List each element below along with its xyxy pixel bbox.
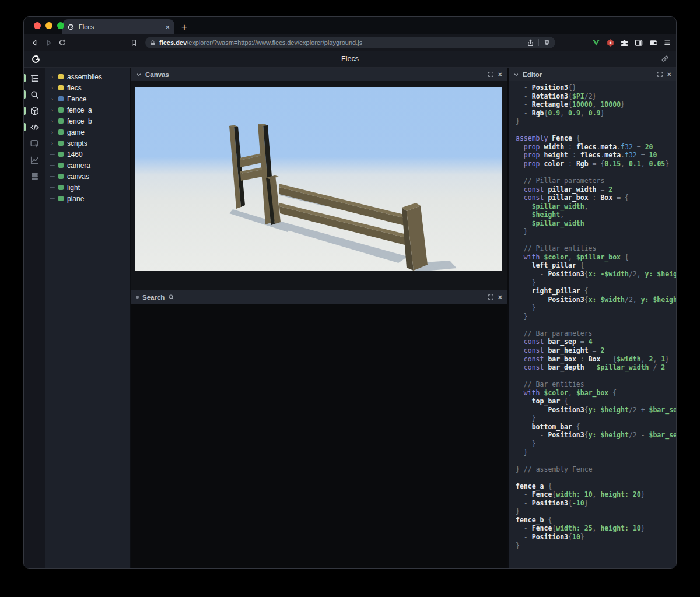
expand-chevron-icon[interactable]: › xyxy=(50,118,55,124)
editor-code-text[interactable]: - Position3{} - Rotation3{$PI/2} - Recta… xyxy=(509,81,676,550)
strip-button-scene-cube-icon[interactable] xyxy=(24,104,45,118)
scene-cube-icon xyxy=(30,106,40,116)
tree-connector xyxy=(50,176,55,177)
browser-menu-icon[interactable] xyxy=(663,39,671,47)
tree-item-label: fence_b xyxy=(67,117,92,125)
fullscreen-icon[interactable] xyxy=(657,71,663,78)
browser-toolbar: flecs.dev/explorer/?wasm=https://www.fle… xyxy=(24,34,676,51)
red-extension-icon[interactable] xyxy=(606,38,615,47)
tree-item-1460[interactable]: 1460 xyxy=(45,149,130,160)
close-panel-icon[interactable]: × xyxy=(667,71,671,78)
close-panel-icon[interactable]: × xyxy=(498,71,502,78)
tree-item-flecs[interactable]: ›flecs xyxy=(45,82,130,93)
entity-color-swatch xyxy=(58,96,64,101)
tree-connector xyxy=(50,187,55,188)
strip-button-inspector-icon[interactable] xyxy=(24,136,45,151)
expand-chevron-icon[interactable]: › xyxy=(50,107,55,113)
entity-color-swatch xyxy=(58,152,64,157)
active-indicator xyxy=(24,90,26,99)
entity-color-swatch xyxy=(58,129,64,135)
sidebar-toggle-icon[interactable] xyxy=(634,38,643,47)
back-button[interactable] xyxy=(27,38,41,47)
entity-color-swatch xyxy=(58,185,64,190)
entity-tree-sidebar: ›assemblies›flecs›Fence›fence_a›fence_b›… xyxy=(45,68,130,568)
forward-button[interactable] xyxy=(41,38,55,47)
bookmark-icon[interactable] xyxy=(127,39,141,47)
entity-color-swatch xyxy=(58,74,64,79)
expand-chevron-icon[interactable]: › xyxy=(50,74,55,80)
tree-item-Fence[interactable]: ›Fence xyxy=(45,93,130,104)
active-indicator xyxy=(24,74,26,82)
extensions-puzzle-icon[interactable] xyxy=(620,38,629,47)
tree-item-assemblies[interactable]: ›assemblies xyxy=(45,71,130,82)
url-path: /explorer/?wasm=https://www.flecs.dev/ex… xyxy=(187,39,362,46)
tab-title: Flecs xyxy=(79,23,94,30)
reload-button[interactable] xyxy=(55,38,69,47)
inspector-icon xyxy=(30,139,40,149)
panel-bullet-icon[interactable] xyxy=(136,296,139,298)
share-icon[interactable] xyxy=(527,39,534,47)
tree-connector xyxy=(50,165,55,166)
entity-color-swatch xyxy=(58,196,64,201)
search-panel-body[interactable] xyxy=(131,304,507,568)
tree-item-label: fence_a xyxy=(67,106,92,114)
fullscreen-icon[interactable] xyxy=(488,71,494,78)
entity-color-swatch xyxy=(58,85,64,90)
tab-close-icon[interactable]: × xyxy=(165,23,170,31)
tree-item-label: assemblies xyxy=(67,73,102,81)
new-tab-button[interactable]: + xyxy=(181,22,187,32)
zoom-window-button[interactable] xyxy=(57,22,64,29)
tree-item-scripts[interactable]: ›scripts xyxy=(45,138,130,149)
lock-icon xyxy=(150,40,156,46)
entity-color-swatch xyxy=(58,174,64,179)
fullscreen-icon[interactable] xyxy=(488,294,494,300)
canvas-3d-viewport[interactable] xyxy=(131,81,507,290)
browser-tab[interactable]: Flecs × xyxy=(62,19,174,34)
tree-item-canvas[interactable]: canvas xyxy=(45,171,130,182)
left-icon-strip xyxy=(24,68,45,568)
search-icon xyxy=(30,90,40,100)
tree-item-game[interactable]: ›game xyxy=(45,127,130,138)
wallet-icon[interactable] xyxy=(649,38,658,47)
tree-item-label: Fence xyxy=(67,95,86,103)
close-window-button[interactable] xyxy=(34,22,41,29)
tree-item-label: plane xyxy=(67,195,84,203)
entity-color-swatch xyxy=(58,163,64,168)
entity-color-swatch xyxy=(58,107,64,113)
expand-chevron-icon[interactable]: › xyxy=(50,96,55,102)
browser-window: Flecs × + flecs.dev/explorer/?wasm=https… xyxy=(23,16,677,569)
expand-chevron-icon[interactable]: › xyxy=(50,141,55,146)
expand-chevron-icon[interactable]: › xyxy=(50,129,55,135)
minimize-window-button[interactable] xyxy=(46,22,52,29)
chevron-down-icon[interactable] xyxy=(513,72,519,78)
close-panel-icon[interactable]: × xyxy=(498,293,502,301)
chevron-down-icon[interactable] xyxy=(136,72,142,78)
tree-item-label: camera xyxy=(67,161,90,170)
script-editor[interactable]: - Position3{} - Rotation3{$PI/2} - Recta… xyxy=(509,81,676,568)
share-link-icon[interactable] xyxy=(661,55,669,63)
search-icon xyxy=(168,294,174,300)
page-title: Flecs xyxy=(24,55,676,63)
strip-button-search-icon[interactable] xyxy=(24,87,45,102)
expand-chevron-icon[interactable]: › xyxy=(50,85,55,91)
fence-3d-scene xyxy=(135,87,502,271)
entity-tree-icon xyxy=(30,73,40,83)
strip-button-stats-chart-icon[interactable] xyxy=(24,153,45,167)
tree-item-plane[interactable]: plane xyxy=(45,193,130,204)
strip-button-entity-tree-icon[interactable] xyxy=(24,71,45,86)
tree-item-fence_b[interactable]: ›fence_b xyxy=(45,115,130,127)
address-bar[interactable]: flecs.dev/explorer/?wasm=https://www.fle… xyxy=(145,37,555,48)
active-indicator xyxy=(24,107,26,115)
strip-button-data-tables-icon[interactable] xyxy=(24,169,45,184)
vue-devtools-extension-icon[interactable] xyxy=(592,38,601,47)
tree-item-label: game xyxy=(67,128,85,136)
data-tables-icon xyxy=(30,171,40,181)
tree-item-fence_a[interactable]: ›fence_a xyxy=(45,104,130,115)
tree-item-light[interactable]: light xyxy=(45,182,130,193)
brave-shield-icon[interactable] xyxy=(543,39,551,47)
tab-strip: Flecs × + xyxy=(24,17,676,34)
active-indicator xyxy=(24,123,26,131)
flecs-logo-icon[interactable] xyxy=(31,54,41,64)
tree-item-camera[interactable]: camera xyxy=(45,160,130,171)
strip-button-code-editor-icon[interactable] xyxy=(24,120,45,135)
